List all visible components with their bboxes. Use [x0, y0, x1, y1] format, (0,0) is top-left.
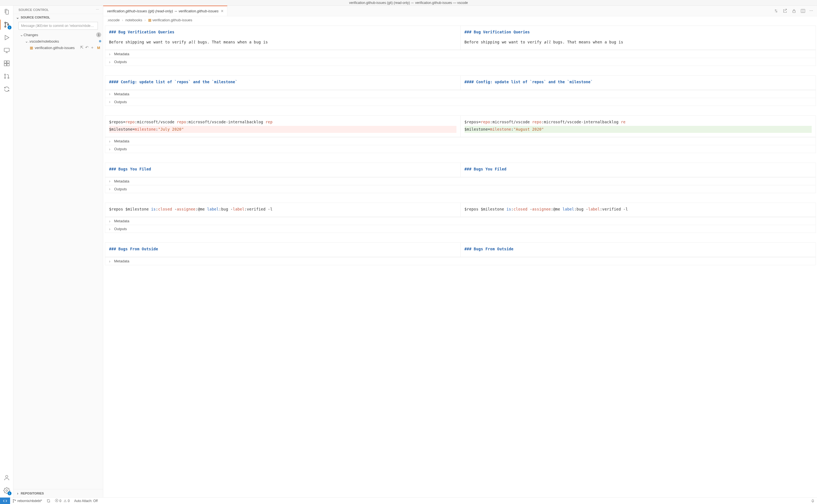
svg-point-9 [4, 74, 6, 75]
fold-outputs[interactable]: ›Outputs [105, 98, 816, 106]
chevron-right-icon[interactable]: › [109, 147, 113, 151]
chevron-right-icon[interactable]: › [109, 92, 113, 96]
source-control-icon[interactable]: 1 [3, 21, 11, 29]
diff-cell: $repos $milestone is:closed -assignee:@m… [103, 201, 816, 217]
chevron-right-icon[interactable]: › [109, 52, 113, 56]
svg-rect-6 [7, 61, 9, 63]
fold-outputs[interactable]: ›Outputs [105, 58, 816, 66]
account-icon[interactable] [3, 474, 11, 482]
chevron-right-icon[interactable]: › [16, 491, 20, 496]
settings-icon[interactable]: 1 [3, 487, 11, 494]
svg-marker-3 [5, 35, 9, 40]
svg-rect-4 [4, 48, 9, 52]
fold-metadata[interactable]: ›Metadata [105, 177, 816, 185]
fold-metadata[interactable]: ›Metadata [105, 90, 816, 98]
github-pr-icon[interactable] [3, 72, 11, 80]
svg-point-2 [7, 24, 8, 25]
chevron-right-icon[interactable]: › [109, 100, 113, 104]
sync-status[interactable] [44, 498, 53, 504]
sidebar-title: SOURCE CONTROL ⋯ [13, 6, 103, 14]
extensions-icon[interactable] [3, 59, 11, 67]
fold-metadata[interactable]: ›Metadata [105, 217, 816, 225]
remote-explorer-icon[interactable] [3, 47, 11, 54]
open-file-icon[interactable]: ⇱ [80, 45, 84, 50]
run-debug-icon[interactable] [3, 34, 11, 41]
scm-sidebar: SOURCE CONTROL ⋯ ⌄ SOURCE CONTROL Messag… [13, 6, 103, 497]
fold-metadata[interactable]: ›Metadata [105, 137, 816, 145]
chevron-down-icon[interactable]: ⌄ [25, 39, 29, 43]
toggle-readonly-icon[interactable] [791, 8, 797, 13]
diff-cell: ### Bugs From Outside### Bugs From Outsi… [103, 241, 816, 257]
chevron-down-icon[interactable]: ⌄ [20, 33, 24, 37]
file-status-modified: M [97, 46, 100, 50]
sidebar-more-icon[interactable]: ⋯ [96, 8, 100, 11]
open-file-icon[interactable] [783, 8, 788, 13]
editor-area: verification.github-issues (git) (read-o… [103, 6, 817, 497]
notebook-file-icon: ▦ [30, 46, 33, 50]
chevron-right-icon[interactable]: › [109, 227, 113, 231]
editor-more-icon[interactable]: ⋯ [809, 8, 813, 13]
chevron-right-icon[interactable]: › [109, 139, 113, 144]
fold-outputs[interactable]: ›Outputs [105, 185, 816, 193]
swap-sides-icon[interactable] [774, 8, 779, 13]
scm-badge: 1 [8, 26, 11, 29]
chevron-right-icon[interactable]: › [109, 179, 113, 183]
window-title: verification.github-issues (git) (read-o… [0, 0, 817, 6]
changes-folder[interactable]: ⌄ .vscode/notebooks [14, 38, 102, 44]
svg-point-12 [6, 475, 8, 478]
chevron-down-icon[interactable]: ⌄ [16, 15, 20, 20]
discard-changes-icon[interactable]: ↶ [85, 45, 89, 50]
svg-rect-7 [4, 64, 6, 66]
fold-outputs[interactable]: ›Outputs [105, 145, 816, 153]
settings-badge: 1 [8, 491, 11, 495]
stage-changes-icon[interactable]: ＋ [90, 45, 94, 50]
notifications-icon[interactable] [809, 498, 817, 504]
editor-tab[interactable]: verification.github-issues (git) (read-o… [103, 6, 227, 16]
fold-outputs[interactable]: ›Outputs [105, 225, 816, 233]
commit-message-input[interactable]: Message (⌘Enter to commit on 'rebornix/n… [19, 22, 98, 30]
autoattach-indicator[interactable]: Auto Attach: Off [72, 498, 100, 504]
diff-cell: ### Bugs You Filed### Bugs You Filed [103, 161, 816, 177]
svg-rect-5 [4, 61, 6, 63]
split-editor-icon[interactable] [800, 8, 806, 13]
repositories-section[interactable]: › REPOSITORIES [13, 489, 103, 497]
chevron-right-icon[interactable]: › [109, 60, 113, 64]
problems-indicator[interactable]: ⓧ0 ⚠0 [53, 498, 72, 504]
chevron-right-icon[interactable]: › [109, 259, 113, 263]
breadcrumbs[interactable]: .vscode › notebooks › ▦verification.gith… [103, 16, 817, 24]
diff-cell: ### Bug Verification QueriesBefore shipp… [103, 24, 816, 50]
svg-point-17 [13, 499, 13, 500]
svg-point-1 [4, 26, 6, 27]
svg-point-18 [13, 501, 13, 502]
fold-metadata[interactable]: ›Metadata [105, 50, 816, 58]
modified-dot-icon [99, 40, 101, 42]
branch-indicator[interactable]: rebornix/nbdebt* [10, 498, 44, 504]
notebook-diff-view[interactable]: ### Bug Verification QueriesBefore shipp… [103, 24, 817, 497]
svg-point-11 [8, 77, 9, 78]
diff-cell: $repos=repo:microsoft/vscode repo:micros… [103, 114, 816, 137]
svg-point-0 [4, 22, 6, 23]
close-tab-icon[interactable]: ✕ [221, 9, 224, 13]
scm-provider-header[interactable]: ⌄ SOURCE CONTROL [13, 14, 103, 21]
notebook-file-icon: ▦ [148, 18, 151, 22]
changes-group[interactable]: ⌄ Changes 1 [14, 31, 102, 38]
remote-indicator[interactable] [0, 498, 10, 504]
fold-metadata[interactable]: ›Metadata [105, 257, 816, 265]
activity-bar: 1 [0, 6, 13, 497]
changed-file[interactable]: ▦ verification.github-issues ⇱ ↶ ＋ M [14, 44, 102, 51]
chevron-right-icon[interactable]: › [109, 187, 113, 191]
svg-point-10 [4, 77, 6, 78]
explorer-icon[interactable] [3, 8, 11, 16]
svg-rect-8 [7, 64, 9, 66]
svg-point-13 [6, 490, 8, 491]
diff-cell: #### Config: update list of `repos` and … [103, 74, 816, 90]
sync-icon[interactable] [3, 85, 11, 93]
changes-count-badge: 1 [96, 32, 101, 37]
svg-rect-14 [793, 11, 795, 13]
chevron-right-icon[interactable]: › [109, 219, 113, 223]
status-bar: rebornix/nbdebt* ⓧ0 ⚠0 Auto Attach: Off [0, 497, 817, 504]
